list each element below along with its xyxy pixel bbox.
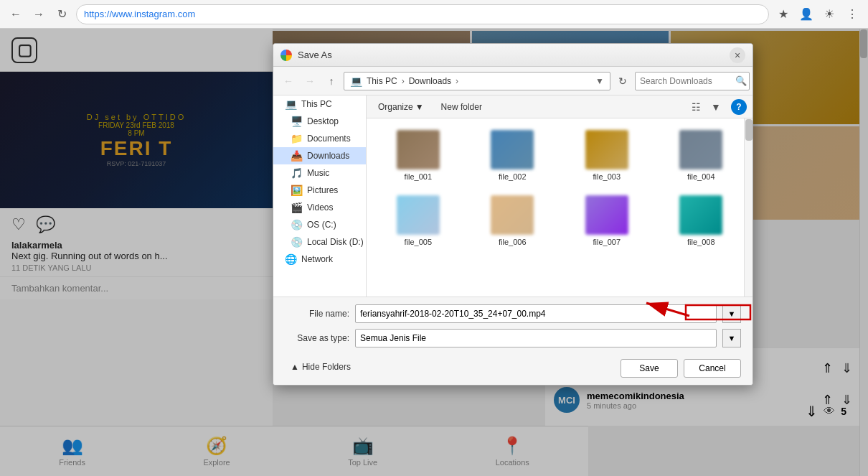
view-dropdown-button[interactable]: ▼ [707,98,725,116]
dialog-footer: File name: ▼ Save as type: Semua Jenis F… [273,297,753,385]
content-toolbar: Organize ▼ New folder ☷ ▼ ? [367,95,753,118]
filename-label: File name: [285,309,349,319]
sidebar-item-desktop[interactable]: 🖥️ Desktop [273,113,366,130]
music-icon: 🎵 [291,167,303,179]
desktop-label: Desktop [307,116,339,126]
file-thumb-4 [679,130,722,169]
sidebar-item-pictures[interactable]: 🖼️ Pictures [273,182,366,199]
footer-buttons-row: ▲ Hide Folders Save Cancel [285,353,741,378]
network-label: Network [301,254,333,264]
save-as-dialog: Save As × ← → ↑ 💻 This PC › Downloads › … [273,43,753,386]
savetype-dropdown-button[interactable]: ▼ [722,329,741,347]
savetype-row: Save as type: Semua Jenis File ▼ [285,329,741,347]
file-thumb-5 [397,195,440,235]
dialog-close-button[interactable]: × [730,47,745,63]
organize-chevron: ▼ [415,102,424,112]
file-item-2[interactable]: file_002 [468,126,557,185]
documents-label: Documents [307,134,351,144]
dialog-content: Organize ▼ New folder ☷ ▼ ? [367,95,753,297]
menu-button[interactable]: ⋮ [842,4,862,24]
back-button[interactable]: ← [6,4,26,24]
toolbar-path[interactable]: 💻 This PC › Downloads › ▼ [344,72,610,90]
content-scrollbar-thumb [745,119,753,141]
file-item-7[interactable]: file_007 [562,191,651,251]
hide-folders-icon: ▲ [291,362,299,372]
path-pc-icon: 💻 [350,75,362,87]
file-item-1[interactable]: file_001 [374,126,463,185]
organize-label: Organize [378,102,413,112]
hide-folders-label: Hide Folders [302,362,351,372]
file-item-5[interactable]: file_005 [374,191,463,251]
file-item-8[interactable]: file_008 [657,191,746,251]
path-chevron-1: › [402,76,405,86]
save-button[interactable]: Save [621,359,678,378]
filename-row: File name: ▼ [285,304,741,323]
music-label: Music [307,168,329,178]
up-nav-button[interactable]: ↑ [322,72,341,90]
path-dropdown-icon[interactable]: ▼ [595,76,604,86]
browser-nav-buttons[interactable]: ← → ↻ [6,4,72,24]
downloads-icon: 📥 [291,150,303,162]
filename-input[interactable] [355,304,717,323]
view-grid-button[interactable]: ☷ [687,98,705,116]
dialog-title-text: Save As [298,50,332,60]
thispc-icon: 💻 [285,98,297,110]
file-item-4[interactable]: file_004 [657,126,746,185]
file-name-1: file_001 [404,172,432,181]
file-name-7: file_007 [593,238,621,246]
address-bar[interactable]: https://www.instagram.com [76,4,769,24]
sidebar-item-network[interactable]: 🌐 Network [273,251,366,268]
osc-label: OS (C:) [307,220,336,230]
file-thumb-3 [585,130,628,169]
refresh-button[interactable]: ↻ [52,4,72,24]
downloads-label: Downloads [307,151,349,161]
path-part-1: This PC [367,76,397,86]
search-input[interactable] [635,72,750,90]
file-name-4: file_004 [687,172,715,181]
sidebar-item-thispc[interactable]: 💻 This PC [273,95,366,113]
file-item-6[interactable]: file_006 [468,191,557,251]
file-name-3: file_003 [593,172,621,181]
sidebar-item-downloads[interactable]: 📥 Downloads [273,147,366,164]
extensions-button[interactable]: ☀ [819,4,839,24]
filename-dropdown-button[interactable]: ▼ [722,304,741,323]
dialog-sidebar: 💻 This PC 🖥️ Desktop 📁 Documents 📥 Downl… [273,95,367,297]
file-name-8: file_008 [687,238,715,246]
organize-button[interactable]: Organize ▼ [372,100,430,114]
sidebar-item-music[interactable]: 🎵 Music [273,164,366,182]
videos-label: Videos [307,202,333,213]
pictures-icon: 🖼️ [291,185,303,196]
file-name-5: file_005 [404,238,432,246]
documents-icon: 📁 [291,133,303,144]
content-scrollbar[interactable] [744,118,753,297]
sidebar-item-localdisk[interactable]: 💿 Local Disk (D:) [273,233,366,251]
file-thumb-1 [397,130,440,169]
dialog-titlebar: Save As × [273,44,753,67]
back-nav-button[interactable]: ← [279,72,298,90]
account-button[interactable]: 👤 [796,4,816,24]
network-icon: 🌐 [285,253,297,265]
bookmark-button[interactable]: ★ [773,4,793,24]
cancel-button[interactable]: Cancel [684,359,741,378]
localdisk-label: Local Disk (D:) [307,237,364,247]
sidebar-item-osc[interactable]: 💿 OS (C:) [273,216,366,233]
sidebar-item-documents[interactable]: 📁 Documents [273,130,366,147]
file-item-3[interactable]: file_003 [562,126,651,185]
browser-chrome: ← → ↻ https://www.instagram.com ★ 👤 ☀ ⋮ [0,0,868,29]
forward-nav-button[interactable]: → [301,72,319,90]
forward-button[interactable]: → [29,4,49,24]
content-files: file_001 file_002 file_003 file_004 [367,118,753,258]
refresh-path-button[interactable]: ↻ [613,72,632,90]
osc-icon: 💿 [291,219,303,230]
sidebar-item-videos[interactable]: 🎬 Videos [273,199,366,216]
file-thumb-6 [491,195,534,235]
path-part-2: Downloads [409,76,451,86]
new-folder-button[interactable]: New folder [435,100,488,114]
videos-icon: 🎬 [291,202,303,213]
file-thumb-7 [585,195,628,235]
localdisk-icon: 💿 [291,236,303,248]
hide-folders-button[interactable]: ▲ Hide Folders [285,360,357,374]
help-button[interactable]: ? [731,99,747,115]
savetype-select[interactable]: Semua Jenis File [355,329,717,347]
dialog-title-left: Save As [280,50,332,61]
